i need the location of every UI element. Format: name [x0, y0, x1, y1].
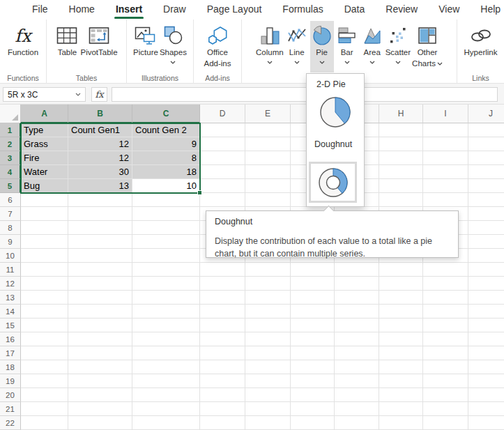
- cell-G13[interactable]: [335, 291, 379, 305]
- cell-H12[interactable]: [379, 277, 423, 291]
- cell-I15[interactable]: [423, 318, 468, 332]
- cell-D20[interactable]: [200, 388, 245, 402]
- cell-E14[interactable]: [245, 305, 291, 318]
- cell-F16[interactable]: [291, 332, 335, 346]
- cell-J7[interactable]: [468, 207, 504, 221]
- cell-B10[interactable]: [68, 249, 132, 263]
- chevron-down-icon[interactable]: [75, 93, 81, 96]
- cell-J22[interactable]: [468, 416, 504, 430]
- pivottable-button[interactable]: PivotTable: [80, 21, 117, 72]
- cell-J9[interactable]: [468, 235, 504, 249]
- cell-D2[interactable]: [200, 137, 245, 151]
- cell-I11[interactable]: [423, 263, 468, 277]
- cell-E11[interactable]: [245, 263, 291, 277]
- cell-J6[interactable]: [468, 193, 504, 207]
- cell-C10[interactable]: [132, 249, 200, 263]
- cell-J8[interactable]: [468, 221, 504, 235]
- cell-B22[interactable]: [68, 416, 132, 430]
- row-header-8[interactable]: 8: [0, 221, 21, 235]
- row-header-17[interactable]: 17: [0, 346, 21, 360]
- cell-G19[interactable]: [335, 374, 379, 388]
- tab-help[interactable]: Help: [479, 1, 502, 19]
- cell-A21[interactable]: [21, 402, 68, 416]
- cell-F22[interactable]: [291, 416, 335, 430]
- cell-C12[interactable]: [132, 277, 200, 291]
- cell-B1[interactable]: Count Gen1: [68, 123, 132, 137]
- cell-D15[interactable]: [200, 318, 245, 332]
- office-addins-button[interactable]: Office Add-ins: [204, 21, 231, 72]
- area-chart-button[interactable]: Area: [360, 21, 384, 72]
- cell-F17[interactable]: [291, 346, 335, 360]
- cell-A17[interactable]: [21, 346, 68, 360]
- cell-J20[interactable]: [468, 388, 504, 402]
- row-header-10[interactable]: 10: [0, 249, 21, 263]
- cell-B13[interactable]: [68, 291, 132, 305]
- insert-function-button[interactable]: fx: [91, 87, 107, 102]
- cell-C5[interactable]: 10: [132, 179, 200, 193]
- col-header-H[interactable]: H: [379, 105, 423, 123]
- row-header-21[interactable]: 21: [0, 402, 21, 416]
- col-header-I[interactable]: I: [423, 105, 468, 123]
- hyperlink-button[interactable]: Hyperlink: [464, 21, 498, 72]
- cell-A19[interactable]: [21, 374, 68, 388]
- cell-H13[interactable]: [379, 291, 423, 305]
- picture-button[interactable]: Picture: [133, 21, 158, 72]
- cell-B15[interactable]: [68, 318, 132, 332]
- cell-C21[interactable]: [132, 402, 200, 416]
- row-header-5[interactable]: 5: [0, 179, 21, 193]
- cell-B21[interactable]: [68, 402, 132, 416]
- cell-C22[interactable]: [132, 416, 200, 430]
- cell-D1[interactable]: [200, 123, 245, 137]
- cell-D19[interactable]: [200, 374, 245, 388]
- cell-H6[interactable]: [379, 193, 423, 207]
- col-header-A[interactable]: A: [21, 105, 68, 123]
- cell-H3[interactable]: [379, 151, 423, 165]
- cell-C8[interactable]: [132, 221, 200, 235]
- cell-H19[interactable]: [379, 374, 423, 388]
- row-header-19[interactable]: 19: [0, 374, 21, 388]
- cell-B12[interactable]: [68, 277, 132, 291]
- cell-H22[interactable]: [379, 416, 423, 430]
- formula-input[interactable]: [112, 87, 498, 102]
- cell-J12[interactable]: [468, 277, 504, 291]
- cell-G18[interactable]: [335, 360, 379, 374]
- cell-C13[interactable]: [132, 291, 200, 305]
- cell-F13[interactable]: [291, 291, 335, 305]
- pie-chart-button[interactable]: Pie: [310, 21, 334, 72]
- row-header-16[interactable]: 16: [0, 332, 21, 346]
- row-header-7[interactable]: 7: [0, 207, 21, 221]
- cell-A22[interactable]: [21, 416, 68, 430]
- select-all-corner[interactable]: [0, 105, 21, 123]
- cell-A14[interactable]: [21, 305, 68, 318]
- cell-I3[interactable]: [423, 151, 468, 165]
- cell-B9[interactable]: [68, 235, 132, 249]
- cell-F14[interactable]: [291, 305, 335, 318]
- cell-J14[interactable]: [468, 305, 504, 318]
- cell-D14[interactable]: [200, 305, 245, 318]
- cell-E5[interactable]: [245, 179, 291, 193]
- cell-E4[interactable]: [245, 165, 291, 179]
- col-header-J[interactable]: J: [468, 105, 504, 123]
- cell-E1[interactable]: [245, 123, 291, 137]
- cell-B14[interactable]: [68, 305, 132, 318]
- table-button[interactable]: Table: [55, 21, 79, 72]
- cell-H16[interactable]: [379, 332, 423, 346]
- line-chart-button[interactable]: Line: [285, 21, 309, 72]
- cell-D11[interactable]: [200, 263, 245, 277]
- cell-C9[interactable]: [132, 235, 200, 249]
- cell-I16[interactable]: [423, 332, 468, 346]
- cell-D4[interactable]: [200, 165, 245, 179]
- cell-J17[interactable]: [468, 346, 504, 360]
- cell-C1[interactable]: Count Gen 2: [132, 123, 200, 137]
- row-header-12[interactable]: 12: [0, 277, 21, 291]
- cell-C19[interactable]: [132, 374, 200, 388]
- row-header-3[interactable]: 3: [0, 151, 21, 165]
- cell-C15[interactable]: [132, 318, 200, 332]
- cell-B11[interactable]: [68, 263, 132, 277]
- cell-C16[interactable]: [132, 332, 200, 346]
- other-charts-button[interactable]: Other Charts: [412, 21, 443, 72]
- function-button[interactable]: fx Function: [8, 21, 38, 72]
- tab-file[interactable]: File: [31, 1, 49, 19]
- cell-A9[interactable]: [21, 235, 68, 249]
- cell-D6[interactable]: [200, 193, 245, 207]
